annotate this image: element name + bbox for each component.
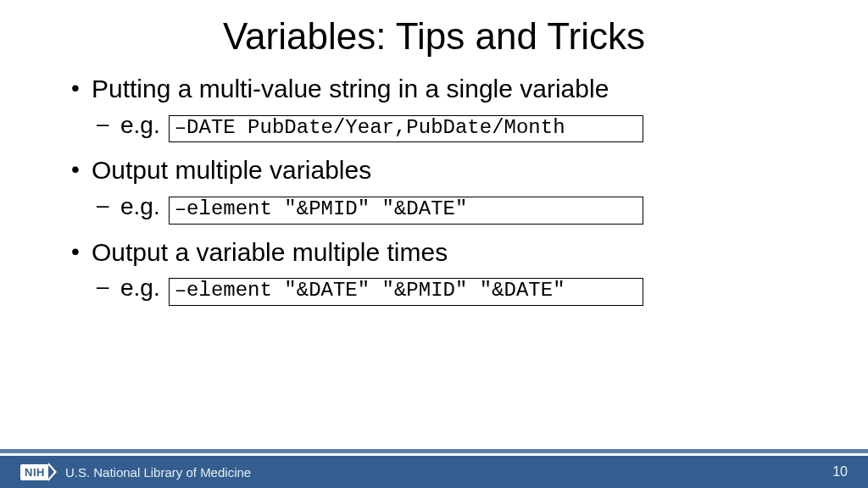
dash-icon: –	[97, 273, 108, 301]
example-label: e.g.	[120, 273, 160, 302]
footer-bar: NIH U.S. National Library of Medicine 10	[0, 456, 868, 488]
sub-item: – e.g. –element "&PMID" "&DATE"	[92, 191, 800, 225]
sub-item: – e.g. –element "&DATE" "&PMID" "&DATE"	[92, 273, 800, 306]
slide-title: Variables: Tips and Tricks	[0, 0, 868, 58]
footer-org: U.S. National Library of Medicine	[65, 465, 251, 480]
nih-badge-text: NIH	[20, 464, 49, 480]
bullet-item: Output a variable multiple times – e.g. …	[68, 236, 800, 306]
footer: NIH U.S. National Library of Medicine 10	[0, 449, 868, 488]
dash-icon: –	[97, 191, 108, 219]
code-box: –element "&DATE" "&PMID" "&DATE"	[169, 278, 643, 306]
dash-icon: –	[97, 110, 108, 138]
example-label: e.g.	[120, 191, 160, 221]
chevron-right-icon	[48, 463, 57, 481]
page-number: 10	[832, 464, 848, 480]
bullet-text: Putting a multi-value string in a single…	[92, 75, 609, 103]
bullet-text: Output multiple variables	[92, 156, 371, 184]
nih-logo-icon: NIH	[20, 463, 57, 481]
code-box: –element "&PMID" "&DATE"	[169, 197, 643, 225]
sub-item: – e.g. –DATE PubDate/Year,PubDate/Month	[92, 110, 800, 143]
sub-list: – e.g. –element "&PMID" "&DATE"	[92, 191, 800, 225]
sub-list: – e.g. –DATE PubDate/Year,PubDate/Month	[92, 110, 800, 143]
code-box: –DATE PubDate/Year,PubDate/Month	[169, 115, 643, 143]
slide: Variables: Tips and Tricks Putting a mul…	[0, 0, 868, 488]
sub-list: – e.g. –element "&DATE" "&PMID" "&DATE"	[92, 273, 800, 306]
slide-content: Putting a multi-value string in a single…	[0, 58, 868, 306]
footer-left: NIH U.S. National Library of Medicine	[20, 463, 251, 481]
bullet-item: Output multiple variables – e.g. –elemen…	[68, 154, 800, 224]
bullet-text: Output a variable multiple times	[92, 238, 448, 266]
bullet-list: Putting a multi-value string in a single…	[68, 73, 800, 306]
example-label: e.g.	[120, 110, 160, 140]
bullet-item: Putting a multi-value string in a single…	[68, 73, 800, 142]
